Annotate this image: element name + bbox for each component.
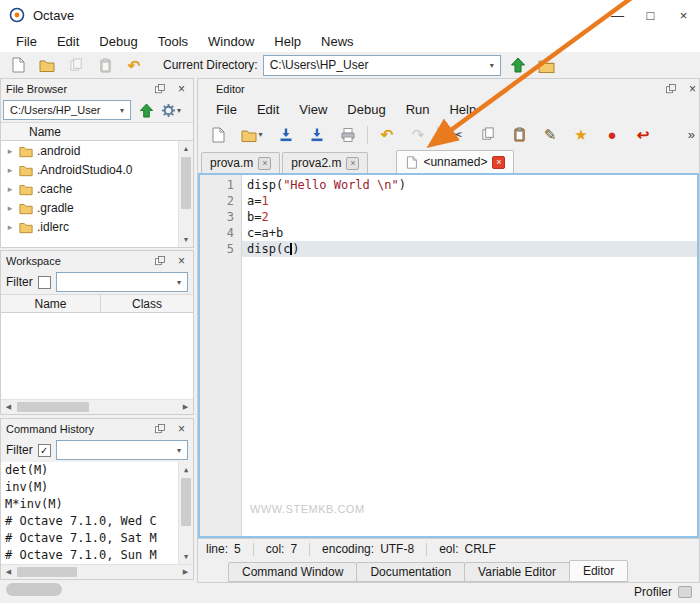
close-icon[interactable]: × — [689, 83, 696, 95]
code-text[interactable]: disp("Hello World \n") a=1 b=2 c=a+b dis… — [242, 175, 697, 536]
copy-button[interactable] — [64, 53, 88, 77]
expander-icon[interactable]: ▸ — [5, 184, 15, 194]
chevron-down-icon[interactable]: ▾ — [258, 130, 262, 139]
scroll-down-icon[interactable]: ▼ — [179, 232, 193, 247]
scroll-left-icon[interactable]: ◀ — [1, 403, 16, 411]
menu-help[interactable]: Help — [264, 32, 311, 51]
paste-button[interactable] — [93, 53, 117, 77]
file-browser-actions-button[interactable]: ▾ — [161, 103, 181, 118]
expander-icon[interactable]: ▸ — [5, 165, 15, 175]
menu-news[interactable]: News — [311, 32, 364, 51]
list-item[interactable]: ▸ .android — [1, 141, 193, 160]
scrollbar-thumb[interactable] — [181, 478, 191, 526]
chevron-down-icon[interactable]: ▾ — [171, 278, 187, 287]
list-item[interactable]: ▸ .AndroidStudio4.0 — [1, 160, 193, 179]
editor-toggle-breakpoint-button[interactable]: ● — [600, 123, 624, 147]
editor-menu-debug[interactable]: Debug — [337, 100, 395, 119]
scroll-right-icon[interactable]: ▶ — [178, 568, 193, 576]
editor-redo-button[interactable]: ↷ — [406, 123, 430, 147]
tab-editor[interactable]: Editor — [569, 560, 628, 582]
chevron-down-icon[interactable]: ▾ — [171, 446, 187, 455]
history-entry[interactable]: # Octave 7.1.0, Sat M — [1, 530, 180, 547]
list-item[interactable]: ▸ .gradle — [1, 198, 193, 217]
tab-close-icon[interactable]: × — [492, 156, 505, 169]
history-entry[interactable]: # Octave 7.1.0, Sun M — [1, 547, 180, 564]
command-history-filter-checkbox[interactable]: ✓ — [38, 444, 51, 457]
expander-icon[interactable]: ▸ — [5, 146, 15, 156]
expander-icon[interactable]: ▸ — [5, 203, 15, 213]
editor-menu-view[interactable]: View — [289, 100, 337, 119]
directory-up-button[interactable] — [506, 53, 530, 77]
toolbar-overflow-icon[interactable]: » — [688, 127, 699, 142]
editor-open-button[interactable]: ▾ — [237, 123, 267, 147]
tab-variable-editor[interactable]: Variable Editor — [464, 562, 570, 582]
history-entry[interactable]: det(M) — [1, 462, 180, 479]
workspace-class-column-header[interactable]: Class — [101, 295, 193, 312]
history-entry[interactable]: inv(M) — [1, 479, 180, 496]
workspace-filter-checkbox[interactable] — [38, 276, 51, 289]
editor-code-area[interactable]: 1 2 3 4 5 disp("Hello World \n") a=1 b=2… — [198, 173, 699, 538]
menu-debug[interactable]: Debug — [89, 32, 147, 51]
tab-command-window[interactable]: Command Window — [228, 562, 357, 582]
file-browser-vertical-scrollbar[interactable]: ▲ ▼ — [178, 141, 193, 247]
tab-prova2-m[interactable]: prova2.m × — [282, 152, 368, 173]
file-browser-path-combobox[interactable]: C:/Users/HP_User ▾ — [3, 100, 131, 120]
profiler-control[interactable]: Profiler — [634, 585, 692, 599]
editor-copy-button[interactable] — [476, 123, 500, 147]
menu-file[interactable]: File — [6, 32, 47, 51]
editor-menu-help[interactable]: Help — [439, 100, 486, 119]
scrollbar-thumb[interactable] — [181, 157, 191, 209]
minimize-icon[interactable]: — — [601, 0, 634, 30]
file-browser-name-column-header[interactable]: Name — [1, 122, 193, 141]
tab-close-icon[interactable]: × — [346, 157, 359, 170]
new-script-button[interactable] — [6, 53, 30, 77]
editor-save-as-button[interactable] — [305, 123, 329, 147]
undock-icon[interactable] — [154, 83, 166, 95]
scroll-left-icon[interactable]: ◀ — [1, 568, 16, 576]
file-browser-up-button[interactable] — [136, 98, 156, 122]
tab-close-icon[interactable]: × — [258, 157, 271, 170]
browse-directory-button[interactable] — [535, 53, 559, 77]
undo-button[interactable]: ↶ — [122, 53, 146, 77]
menu-tools[interactable]: Tools — [148, 32, 198, 51]
workspace-horizontal-scrollbar[interactable]: ◀ ▶ — [1, 399, 193, 414]
undock-icon[interactable] — [665, 83, 677, 95]
list-item[interactable]: ▸ .cache — [1, 179, 193, 198]
undock-icon[interactable] — [154, 255, 166, 267]
editor-find-replace-button[interactable]: ✎ — [538, 123, 562, 147]
profiler-toggle-icon[interactable] — [678, 586, 692, 598]
editor-paste-button[interactable] — [507, 123, 531, 147]
list-item[interactable]: ▸ .idlerc — [1, 217, 193, 236]
tab-documentation[interactable]: Documentation — [356, 562, 465, 582]
tab-prova-m[interactable]: prova.m × — [201, 152, 280, 173]
scroll-up-icon[interactable]: ▲ — [179, 462, 193, 477]
editor-previous-breakpoint-button[interactable]: ↩ — [631, 123, 655, 147]
maximize-icon[interactable]: □ — [634, 0, 667, 30]
workspace-filter-combobox[interactable]: ▾ — [56, 272, 188, 292]
expander-icon[interactable]: ▸ — [5, 222, 15, 232]
editor-menu-run[interactable]: Run — [396, 100, 440, 119]
tab-unnamed[interactable]: <unnamed> × — [396, 150, 514, 173]
editor-save-button[interactable] — [274, 123, 298, 147]
current-directory-combobox[interactable]: C:\Users\HP_User ▾ — [263, 55, 501, 76]
close-icon[interactable]: × — [178, 83, 185, 95]
command-history-vertical-scrollbar[interactable]: ▲ ▼ — [178, 462, 193, 564]
chevron-down-icon[interactable]: ▾ — [114, 106, 130, 115]
scroll-right-icon[interactable]: ▶ — [178, 403, 193, 411]
close-icon[interactable]: × — [178, 255, 185, 267]
editor-cut-button[interactable]: ✂ — [445, 123, 469, 147]
workspace-name-column-header[interactable]: Name — [1, 295, 101, 312]
scrollbar-thumb[interactable] — [17, 402, 89, 412]
scroll-up-icon[interactable]: ▲ — [179, 141, 193, 156]
scrollbar-thumb[interactable] — [17, 567, 77, 577]
chevron-down-icon[interactable]: ▾ — [484, 61, 500, 70]
menu-window[interactable]: Window — [198, 32, 264, 51]
history-entry[interactable]: # Octave 7.1.0, Wed C — [1, 513, 180, 530]
command-history-filter-combobox[interactable]: ▾ — [56, 440, 188, 460]
editor-undo-button[interactable]: ↶ — [375, 123, 399, 147]
scroll-down-icon[interactable]: ▼ — [179, 549, 193, 564]
editor-menu-file[interactable]: File — [206, 100, 247, 119]
command-history-horizontal-scrollbar[interactable]: ◀ ▶ — [1, 564, 193, 579]
editor-run-button[interactable]: ★ — [569, 123, 593, 147]
editor-menu-edit[interactable]: Edit — [247, 100, 289, 119]
